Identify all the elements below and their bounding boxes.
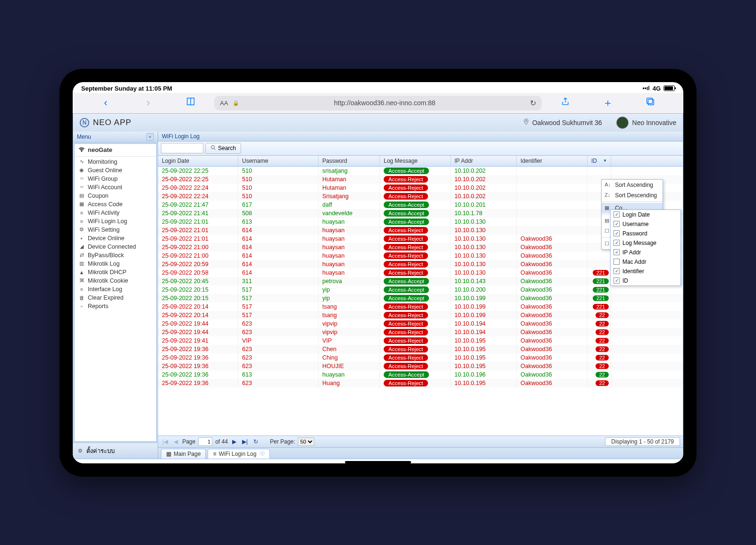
sidebar-item-interface-log[interactable]: ≡Interface Log xyxy=(75,285,156,293)
tab-main-page[interactable]: ▦Main Page xyxy=(161,449,206,459)
column-toggle-identifier[interactable]: ✓Identifier xyxy=(611,267,680,276)
sidebar-collapse-button[interactable]: « xyxy=(146,133,154,141)
sidebar-item-label: Coupon xyxy=(88,193,109,199)
status-time: September Sunday at 11:05 PM xyxy=(81,85,172,92)
sort-ascending[interactable]: A↓Sort Ascending xyxy=(602,180,663,190)
page-first-button[interactable]: |◀ xyxy=(161,438,169,445)
table-row[interactable]: 25-09-2022 20:14 517 tsang Access-Reject… xyxy=(158,311,683,319)
user-menu[interactable]: Neo Innovative xyxy=(616,117,676,129)
share-button[interactable] xyxy=(546,96,584,109)
table-row[interactable]: 25-09-2022 20:58 614 huaysan Access-Reje… xyxy=(158,268,683,277)
sidebar-item-wifi-setting[interactable]: ⚙WiFi Setting xyxy=(75,226,156,234)
sidebar-item-bypass/block[interactable]: ⇄ByPass/Block xyxy=(75,251,156,260)
text-size-button[interactable]: AA xyxy=(220,100,228,107)
column-toggle-password[interactable]: ✓Password xyxy=(611,229,680,238)
bookmarks-button[interactable] xyxy=(172,96,210,109)
sidebar-section-title[interactable]: neoGate xyxy=(75,144,156,157)
column-header-password[interactable]: Password xyxy=(319,156,380,166)
sidebar-item-device-connected[interactable]: ◢Device Connected xyxy=(75,243,156,251)
column-header-username[interactable]: Username xyxy=(238,156,319,166)
column-toggle-login-date[interactable]: ✓Login Date xyxy=(611,210,680,219)
page-next-button[interactable]: ▶ xyxy=(231,438,238,445)
table-row[interactable]: 25-09-2022 20:15 517 yip Access-Accept 1… xyxy=(158,285,683,294)
table-row[interactable]: 25-09-2022 19:36 623 Huang Access-Reject… xyxy=(158,379,683,387)
status-badge: Access-Reject xyxy=(384,380,428,386)
user-name: Neo Innovative xyxy=(632,119,676,126)
avatar xyxy=(616,117,629,129)
table-row[interactable]: 25-09-2022 22:25 510 srisatjang Access-A… xyxy=(158,167,683,175)
table-row[interactable]: 25-09-2022 20:59 614 huaysan Access-Reje… xyxy=(158,260,683,268)
sidebar-item-device-online[interactable]: ▪Device Online xyxy=(75,234,156,243)
location-chip[interactable]: Oakwood Sukhumvit 36 xyxy=(523,118,602,126)
table-row[interactable]: 25-09-2022 21:00 614 huaysan Access-Reje… xyxy=(158,252,683,260)
sidebar-item-mikrotik-cookie[interactable]: ⌘Mikrotik Cookie xyxy=(75,277,156,285)
sidebar-item-label: Device Online xyxy=(88,235,125,242)
tab-wifi-login-log[interactable]: ≡WiFi Login Logⓧ xyxy=(208,449,270,459)
sidebar-item-coupon[interactable]: ▤Coupon xyxy=(75,192,156,200)
table-row[interactable]: 25-09-2022 19:36 613 huaysan Access-Acce… xyxy=(158,370,683,379)
sidebar-settings[interactable]: ⚙ ตั้งค่าระบบ xyxy=(73,443,158,459)
table-row[interactable]: 25-09-2022 19:41 VIP VIP Access-Reject 1… xyxy=(158,336,683,345)
column-header-ip-addr[interactable]: IP Addr xyxy=(451,156,517,166)
page-input[interactable] xyxy=(198,437,212,446)
sidebar-item-clear-expired[interactable]: 🗑Clear Expired xyxy=(75,293,156,302)
menu-icon: ▲ xyxy=(78,269,85,275)
new-tab-button[interactable]: ＋ xyxy=(589,96,627,110)
tabs-button[interactable] xyxy=(631,96,669,109)
sidebar-item-wifi-login-log[interactable]: ≡WiFi Login Log xyxy=(75,217,156,226)
sidebar-item-label: Mikrotik Cookie xyxy=(88,277,128,284)
forward-button[interactable]: › xyxy=(129,97,167,109)
page-last-button[interactable]: ▶| xyxy=(241,438,249,445)
table-row[interactable]: 25-09-2022 19:36 623 Chen Access-Reject … xyxy=(158,345,683,353)
sidebar-item-access-code[interactable]: ▦Access Code xyxy=(75,200,156,209)
table-row[interactable]: 25-09-2022 19:44 623 vipvip Access-Rejec… xyxy=(158,319,683,328)
column-header-login-date[interactable]: Login Date xyxy=(158,156,238,166)
column-toggle-mac-addr[interactable]: Mac Addr xyxy=(611,257,680,267)
sidebar-header-label: Menu xyxy=(77,134,91,140)
column-toggle-username[interactable]: ✓Username xyxy=(611,219,680,229)
column-header-identifier[interactable]: Identifier xyxy=(517,156,588,166)
checkbox-icon: ✓ xyxy=(613,268,620,274)
sidebar-item-mikrotik-dhcp[interactable]: ▲Mikrotik DHCP xyxy=(75,268,156,277)
back-button[interactable]: ‹ xyxy=(87,97,125,109)
sidebar-item-guest-online[interactable]: ◉Guest Online xyxy=(75,166,156,175)
id-badge: 22 xyxy=(596,355,609,361)
url-bar[interactable]: AA 🔒 http://oakwood36.neo-inno.com:88 ↻ xyxy=(214,96,542,110)
tab-close-button[interactable]: ⓧ xyxy=(260,451,265,457)
home-indicator[interactable] xyxy=(345,461,411,463)
checkbox-icon: ☐ xyxy=(605,241,609,247)
page-prev-button[interactable]: ◀ xyxy=(172,438,179,445)
column-header-log-message[interactable]: Log Message xyxy=(380,156,451,166)
sidebar-item-wifi-activity[interactable]: ≡WiFi Activity xyxy=(75,209,156,217)
table-row[interactable]: 25-09-2022 19:36 623 Ching Access-Reject… xyxy=(158,353,683,362)
table-row[interactable]: 25-09-2022 19:44 623 vipvip Access-Rejec… xyxy=(158,328,683,336)
search-button[interactable]: Search xyxy=(205,143,241,154)
column-header-id[interactable]: ID▼ xyxy=(588,156,611,166)
page-refresh-button[interactable]: ↻ xyxy=(252,438,260,445)
panel-title: WiFi Login Log xyxy=(158,132,683,142)
sidebar-item-mornitoring[interactable]: ∿Mornitoring xyxy=(75,158,156,166)
table-row[interactable]: 25-09-2022 19:36 623 HOUJIE Access-Rejec… xyxy=(158,362,683,370)
column-toggle-ip-addr[interactable]: ✓IP Addr xyxy=(611,248,680,257)
sidebar-item-wifi-account[interactable]: ⌔WiFi Account xyxy=(75,183,156,192)
sidebar-item-wifi-group[interactable]: ⌔WiFi Group xyxy=(75,175,156,183)
menu-icon: ≡ xyxy=(78,286,85,292)
search-input[interactable] xyxy=(161,143,203,153)
columns-submenu[interactable]: ✓Login Date✓Username✓Password✓Log Messag… xyxy=(610,210,681,286)
table-row[interactable]: 25-09-2022 20:15 517 yip Access-Accept 1… xyxy=(158,294,683,302)
table-row[interactable]: 25-09-2022 20:14 517 tsang Access-Reject… xyxy=(158,302,683,311)
sidebar-item-mikrotik-log[interactable]: ▥Mikrotik Log xyxy=(75,260,156,268)
column-toggle-log-message[interactable]: ✓Log Message xyxy=(611,238,680,248)
sidebar-item-reports[interactable]: ▫Reports xyxy=(75,302,156,310)
table-row[interactable]: 25-09-2022 20:45 311 petrova Access-Acce… xyxy=(158,277,683,285)
column-toggle-id[interactable]: ✓ID xyxy=(611,276,680,285)
sidebar-item-label: WiFi Activity xyxy=(88,210,119,216)
id-badge: 22 xyxy=(596,338,609,344)
reload-button[interactable]: ↻ xyxy=(530,99,536,108)
sort-descending[interactable]: Z↓Sort Descending xyxy=(602,190,663,201)
menu-icon: ▤ xyxy=(78,193,85,199)
wifi-icon xyxy=(78,146,85,154)
status-badge: Access-Accept xyxy=(384,201,429,208)
per-page-select[interactable]: 50 xyxy=(298,437,314,446)
app-header: N NEO APP Oakwood Sukhumvit 36 Neo Innov… xyxy=(73,114,683,132)
